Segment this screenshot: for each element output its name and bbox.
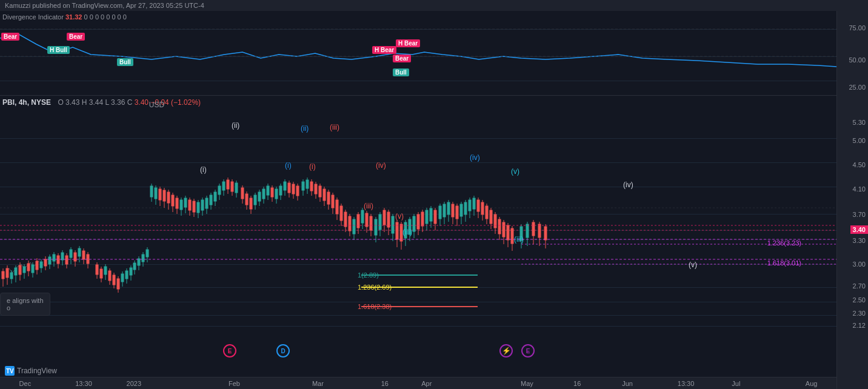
svg-rect-158	[323, 189, 326, 201]
candles-container: .candle-up { fill: #26a69a; stroke: #26a…	[0, 114, 836, 387]
svg-rect-34	[53, 254, 55, 261]
svg-rect-148	[302, 182, 304, 190]
time-feb: Feb	[229, 380, 240, 387]
svg-rect-28	[40, 262, 42, 268]
svg-rect-214	[443, 204, 446, 217]
price-330: 3.30	[853, 237, 866, 244]
time-16-1: 16	[381, 380, 389, 387]
svg-rect-164	[336, 200, 338, 214]
svg-rect-140	[284, 182, 286, 190]
svg-rect-170	[349, 216, 351, 231]
svg-rect-252	[532, 222, 535, 236]
price-530: 5.30	[853, 119, 866, 126]
svg-rect-58	[109, 271, 111, 281]
svg-rect-94	[184, 198, 187, 207]
svg-rect-18	[19, 265, 21, 274]
svg-rect-114	[227, 180, 229, 189]
svg-rect-174	[357, 214, 359, 228]
svg-rect-248	[520, 227, 522, 241]
svg-rect-226	[469, 200, 471, 211]
indicator-panel: Divergence Indicator 31.32 0 0 0 0 0 0 0…	[0, 11, 836, 96]
svg-rect-120	[241, 188, 244, 199]
svg-rect-238	[494, 214, 496, 228]
svg-rect-10	[2, 271, 4, 279]
price-axis: 75.00 50.00 25.00 5.30 5.00 4.50 4.10 3.…	[836, 11, 868, 389]
price-250: 2.50	[853, 296, 866, 304]
svg-rect-144	[292, 184, 295, 194]
svg-rect-162	[332, 195, 334, 208]
price-75: 75.00	[849, 24, 866, 32]
svg-rect-244	[507, 225, 509, 240]
price-410: 4.10	[853, 185, 866, 193]
svg-rect-52	[96, 265, 98, 274]
svg-rect-74	[142, 254, 144, 262]
svg-rect-106	[210, 195, 212, 205]
svg-rect-14	[10, 273, 13, 279]
svg-rect-216	[447, 202, 450, 214]
svg-rect-222	[460, 204, 462, 216]
svg-rect-98	[193, 201, 195, 212]
svg-rect-70	[133, 263, 136, 270]
indicator-svg	[0, 11, 836, 96]
ohlc: O 3.43 H 3.44 L 3.36 C	[58, 98, 134, 107]
svg-rect-40	[65, 256, 68, 264]
svg-rect-242	[502, 222, 505, 237]
svg-rect-50	[87, 254, 89, 264]
svg-rect-108	[214, 192, 216, 201]
svg-rect-78	[150, 186, 153, 197]
svg-rect-198	[409, 219, 411, 234]
time-apr: Apr	[421, 380, 432, 387]
time-2023: 2023	[127, 380, 141, 387]
price-370: 3.70	[853, 211, 866, 218]
svg-rect-200	[413, 216, 415, 231]
price-300: 3.00	[853, 261, 866, 268]
attribution-text: Kamuzzi published on TradingView.com, Ap…	[5, 2, 204, 9]
svg-rect-136	[275, 189, 278, 199]
svg-rect-124	[250, 198, 252, 209]
svg-rect-228	[473, 198, 475, 209]
svg-rect-26	[36, 261, 38, 270]
close-value: 3.40	[135, 98, 149, 107]
price-230: 2.30	[853, 310, 866, 317]
svg-rect-30	[44, 259, 47, 266]
svg-rect-24	[32, 265, 34, 273]
time-1330-1: 13:30	[75, 380, 92, 387]
svg-rect-32	[48, 257, 51, 264]
svg-rect-130	[262, 189, 265, 199]
svg-rect-204	[421, 212, 424, 226]
time-jul: Jul	[732, 380, 740, 387]
svg-rect-186	[383, 210, 386, 225]
svg-rect-250	[526, 224, 529, 238]
main-chart-title: PBI, 4h, NYSE O 3.43 H 3.44 L 3.36 C 3.4…	[2, 98, 201, 107]
svg-rect-68	[130, 268, 132, 275]
svg-rect-100	[197, 202, 199, 213]
svg-rect-72	[138, 259, 140, 265]
svg-rect-138	[279, 186, 282, 195]
svg-rect-86	[167, 192, 170, 203]
svg-rect-20	[23, 267, 25, 273]
svg-rect-230	[477, 200, 479, 211]
svg-rect-66	[125, 271, 128, 279]
svg-rect-168	[344, 212, 347, 227]
svg-rect-76	[146, 250, 149, 257]
time-jun: Jun	[622, 380, 633, 387]
svg-rect-176	[361, 210, 364, 223]
svg-rect-88	[172, 195, 174, 206]
svg-rect-112	[222, 182, 225, 190]
pattern-marker-d: D	[276, 344, 290, 357]
time-1330-2: 13:30	[678, 380, 695, 387]
svg-rect-56	[104, 267, 107, 274]
svg-rect-182	[375, 219, 377, 235]
price-50: 50.00	[849, 56, 866, 64]
svg-rect-192	[396, 222, 398, 239]
svg-rect-38	[61, 253, 64, 260]
current-price-badge: 3.40	[850, 225, 868, 234]
chart-area: Divergence Indicator 31.32 0 0 0 0 0 0 0…	[0, 11, 836, 389]
main-chart-panel: PBI, 4h, NYSE O 3.43 H 3.44 L 3.36 C 3.4…	[0, 96, 836, 389]
svg-text:TV: TV	[6, 368, 14, 374]
timeline: Dec 13:30 2023 Feb Mar 16 Apr May 16 Jun…	[0, 377, 836, 389]
svg-rect-48	[82, 251, 85, 259]
svg-rect-152	[310, 182, 313, 191]
svg-rect-254	[538, 224, 541, 238]
svg-rect-232	[481, 202, 484, 214]
